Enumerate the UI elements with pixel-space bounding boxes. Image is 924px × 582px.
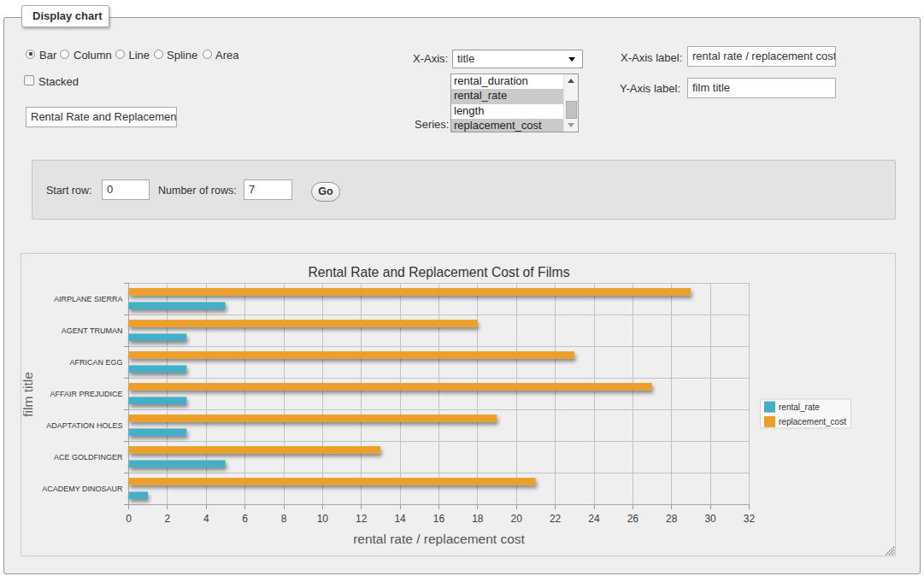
svg-text:2: 2 xyxy=(165,513,171,525)
svg-text:AFFAIR PREJUDICE: AFFAIR PREJUDICE xyxy=(50,390,122,398)
svg-text:AGENT TRUMAN: AGENT TRUMAN xyxy=(62,326,123,335)
svg-text:24: 24 xyxy=(588,513,600,525)
svg-text:0: 0 xyxy=(126,513,132,525)
svg-text:12: 12 xyxy=(356,513,368,525)
svg-text:ACE GOLDFINGER: ACE GOLDFINGER xyxy=(54,453,123,461)
svg-text:replacement_cost: replacement_cost xyxy=(779,417,846,426)
svg-text:32: 32 xyxy=(744,513,756,525)
svg-text:4: 4 xyxy=(203,513,209,525)
svg-text:AIRPLANE SIERRA: AIRPLANE SIERRA xyxy=(54,295,123,303)
svg-text:rental_rate: rental_rate xyxy=(779,403,820,412)
svg-text:6: 6 xyxy=(242,513,248,525)
svg-text:ACADEMY DINOSAUR: ACADEMY DINOSAUR xyxy=(42,485,123,493)
svg-text:8: 8 xyxy=(281,513,287,525)
svg-text:26: 26 xyxy=(627,513,639,525)
svg-text:14: 14 xyxy=(394,513,406,525)
svg-text:30: 30 xyxy=(704,513,716,525)
svg-text:ADAPTATION HOLES: ADAPTATION HOLES xyxy=(46,421,122,430)
svg-text:AFRICAN EGG: AFRICAN EGG xyxy=(69,358,122,367)
svg-text:28: 28 xyxy=(666,513,678,525)
svg-text:film title: film title xyxy=(21,372,35,417)
svg-text:10: 10 xyxy=(317,513,329,525)
svg-text:16: 16 xyxy=(433,513,445,525)
svg-text:Rental Rate and Replacement Co: Rental Rate and Replacement Cost of Film… xyxy=(308,265,569,279)
svg-text:18: 18 xyxy=(472,513,484,525)
svg-text:22: 22 xyxy=(550,513,562,525)
svg-text:rental rate / replacement cost: rental rate / replacement cost xyxy=(353,532,525,546)
svg-text:20: 20 xyxy=(511,513,523,525)
